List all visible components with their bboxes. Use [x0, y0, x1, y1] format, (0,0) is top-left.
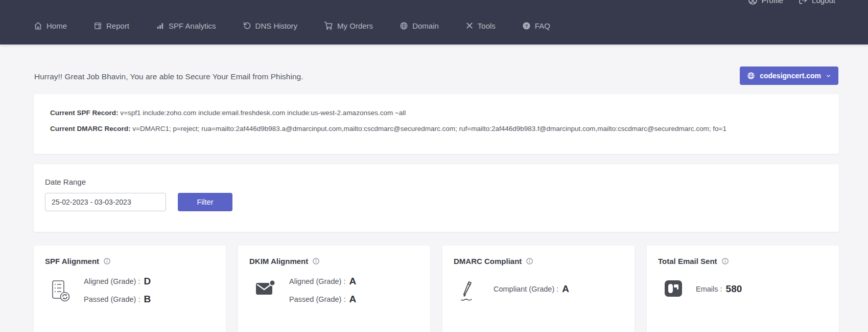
account-menu: Profile Logout [748, 0, 835, 7]
spf-record-line: Current SPF Record: v=spf1 include:zoho.… [50, 107, 823, 119]
nav-label: Tools [478, 21, 496, 30]
dmarc-record-value: v=DMARC1; p=reject; rua=mailto:2af446d9b… [131, 125, 726, 132]
nav-label: My Orders [337, 21, 373, 30]
nav-label: FAQ [535, 21, 550, 30]
logout-label: Logout [812, 0, 835, 5]
nav-label: Home [46, 21, 67, 30]
dmarc-compliant-card: DMARC Compliant Compliant (Grade) : A [442, 246, 635, 332]
emails-label: Emails : [696, 285, 722, 293]
mail-badge-icon [255, 280, 276, 296]
orders-cart-icon [324, 21, 333, 30]
info-icon[interactable] [526, 257, 533, 265]
dmarc-record-line: Current DMARC Record: v=DMARC1; p=reject… [50, 123, 823, 135]
globe-icon [747, 72, 755, 80]
profile-label: Profile [762, 0, 784, 5]
mailbox-icon [664, 280, 683, 297]
spf-server-sync-icon [51, 280, 71, 302]
info-icon[interactable] [312, 257, 320, 265]
nav-item-dns-history[interactable]: DNS History [243, 21, 298, 30]
nav-item-tools[interactable]: Tools [465, 21, 496, 30]
grade-label: Passed (Grade) : [289, 295, 345, 303]
globe-icon [400, 21, 408, 30]
emails-value: 580 [726, 283, 742, 295]
nav-item-faq[interactable]: ? FAQ [522, 21, 550, 30]
dkim-alignment-card: DKIM Alignment Aligned (Grade) : A Pas [238, 246, 430, 332]
home-icon [34, 21, 42, 30]
grade-row: Aligned (Grade) : A [289, 276, 356, 287]
date-filter-panel: Date Range Filter [34, 164, 839, 232]
grade-row: Aligned (Grade) : D [84, 276, 151, 287]
filter-button[interactable]: Filter [178, 193, 232, 211]
domain-selector-label: codesigncert.com [760, 72, 821, 80]
nav-item-report[interactable]: Report [93, 21, 129, 30]
main-nav: Home Report SPF Analytics DNS History My… [34, 21, 550, 30]
nav-item-domain[interactable]: Domain [400, 21, 439, 30]
card-title: SPF Alignment [45, 257, 99, 265]
profile-menu-item[interactable]: Profile [748, 0, 784, 7]
domain-selector-button[interactable]: codesigncert.com [740, 67, 838, 85]
spf-record-label: Current SPF Record: [50, 109, 119, 117]
grade-value: A [349, 294, 356, 305]
grade-label: Compliant (Grade) : [494, 285, 558, 293]
grade-row: Passed (Grade) : A [289, 294, 356, 305]
tools-icon [465, 21, 474, 30]
grade-row: Passed (Grade) : B [84, 294, 151, 305]
top-navbar: Profile Logout Home Report SPF Analyt [0, 0, 868, 45]
stat-cards-row: SPF Alignment Aligned (Grade) : [34, 246, 839, 332]
date-range-label: Date Range [45, 178, 828, 186]
grade-label: Aligned (Grade) : [289, 277, 345, 285]
analytics-icon [156, 21, 165, 30]
card-title: Total Email Sent [658, 257, 717, 265]
nav-label: DNS History [255, 21, 298, 30]
dmarc-record-label: Current DMARC Record: [50, 125, 131, 132]
nav-label: Domain [412, 21, 439, 30]
spf-record-value: v=spf1 include:zoho.com include:email.fr… [119, 109, 406, 117]
card-title: DKIM Alignment [249, 257, 308, 265]
logout-icon [799, 0, 808, 5]
info-icon[interactable] [721, 257, 729, 265]
greeting-text: Hurray!! Great Job Bhavin, You are able … [34, 72, 303, 81]
signature-pen-icon [460, 280, 480, 302]
chevron-down-icon [826, 73, 831, 79]
logout-menu-item[interactable]: Logout [799, 0, 835, 7]
svg-text:?: ? [525, 23, 528, 28]
history-icon [243, 21, 251, 30]
grade-value: A [349, 276, 356, 287]
info-icon[interactable] [103, 257, 111, 265]
grade-label: Passed (Grade) : [84, 295, 140, 303]
faq-icon: ? [522, 21, 531, 30]
dns-records-panel: Current SPF Record: v=spf1 include:zoho.… [34, 94, 839, 154]
nav-item-my-orders[interactable]: My Orders [324, 21, 373, 30]
date-range-input[interactable] [45, 193, 166, 211]
report-icon [93, 21, 102, 30]
total-email-sent-card: Total Email Sent Emails : 580 [647, 246, 839, 332]
nav-item-spf-analytics[interactable]: SPF Analytics [156, 21, 216, 30]
nav-label: Report [106, 21, 129, 30]
grade-value: D [144, 276, 151, 287]
spf-alignment-card: SPF Alignment Aligned (Grade) : [34, 246, 226, 332]
grade-row: Compliant (Grade) : A [494, 283, 569, 295]
grade-value: A [562, 283, 569, 295]
emails-row: Emails : 580 [696, 283, 742, 295]
date-filter-row: Filter [45, 193, 828, 211]
grade-value: B [144, 294, 151, 305]
card-title: DMARC Compliant [454, 257, 522, 265]
profile-icon [748, 0, 758, 5]
nav-item-home[interactable]: Home [34, 21, 67, 30]
nav-label: SPF Analytics [169, 21, 216, 30]
grade-label: Aligned (Grade) : [84, 277, 140, 285]
